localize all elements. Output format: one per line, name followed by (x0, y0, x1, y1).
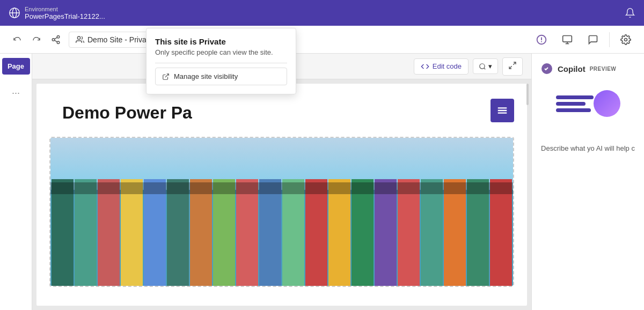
comment-button[interactable] (583, 30, 603, 49)
copilot-preview-badge: PREVIEW (590, 66, 617, 72)
hamburger-menu-button[interactable] (491, 99, 514, 122)
popup-description: Only specific people can view the site. (155, 48, 287, 56)
redo-button[interactable] (28, 31, 45, 48)
strip-1 (52, 179, 74, 286)
strip-18 (444, 179, 466, 286)
strip-7 (190, 179, 212, 286)
copilot-title: Copilot (558, 64, 586, 73)
top-bar: Environment PowerPagesTrial-12122... (0, 0, 644, 26)
share-button[interactable] (47, 31, 64, 48)
desktop-preview-button[interactable] (558, 30, 577, 49)
svg-point-13 (480, 63, 485, 68)
svg-point-8 (77, 36, 80, 39)
strip-15 (375, 179, 397, 286)
line-2 (556, 102, 586, 106)
popup-title: This site is Private (155, 37, 287, 46)
canvas-image (49, 137, 514, 287)
strip-2 (75, 179, 97, 286)
strip-13 (328, 179, 350, 286)
strip-19 (467, 179, 489, 286)
strip-14 (352, 179, 374, 286)
zoom-button[interactable]: ▾ (473, 58, 498, 74)
sidebar-more-icon[interactable]: ··· (12, 87, 20, 99)
strip-17 (421, 179, 443, 286)
strip-6 (167, 179, 189, 286)
container-strips (50, 179, 513, 286)
strip-3 (98, 179, 120, 286)
main-area: Page ··· Edit code ▾ (0, 54, 644, 310)
svg-line-15 (513, 62, 516, 65)
shadow-band (50, 182, 513, 194)
strip-9 (236, 179, 258, 286)
top-bar-left: Environment PowerPagesTrial-12122... (9, 6, 105, 20)
undo-button[interactable] (9, 31, 26, 48)
strip-10 (259, 179, 281, 286)
scroll-bar[interactable] (526, 79, 529, 310)
copilot-button[interactable] (532, 30, 551, 49)
canvas-content: Demo Power Pa (36, 84, 527, 306)
globe-icon (9, 7, 20, 19)
env-label: Environment (25, 6, 58, 12)
canvas-toolbar-right: Edit code ▾ (414, 57, 523, 76)
env-name: PowerPagesTrial-12122... (25, 12, 105, 20)
svg-line-7 (54, 37, 57, 39)
right-sidebar: Copilot PREVIEW Describe what yo AI will… (531, 54, 644, 310)
site-visibility-popup: This site is Private Only specific peopl… (146, 28, 296, 94)
demo-title: Demo Power Pa (49, 92, 205, 128)
copilot-lines (556, 95, 594, 112)
fake-image-bg (50, 138, 513, 286)
top-bar-right (625, 8, 635, 18)
copilot-description: Describe what yo AI will help c (540, 144, 635, 153)
bell-icon[interactable] (625, 8, 635, 18)
scroll-thumb (526, 84, 529, 105)
manage-visibility-label: Manage site visibility (174, 72, 238, 80)
second-bar: Demo Site - Private - Saved ▾ (0, 26, 644, 54)
strip-5 (144, 179, 166, 286)
page-tab[interactable]: Page (2, 58, 30, 75)
svg-rect-9 (563, 35, 572, 42)
svg-point-4 (52, 38, 55, 41)
strip-16 (398, 179, 420, 286)
svg-line-16 (509, 66, 512, 69)
settings-button[interactable] (616, 30, 635, 49)
second-bar-right (532, 30, 635, 49)
line-3 (556, 108, 591, 112)
svg-point-12 (625, 38, 627, 41)
strip-20 (490, 179, 512, 286)
popup-divider (155, 63, 287, 63)
strip-8 (213, 179, 235, 286)
copilot-logo-icon (540, 62, 553, 75)
line-1 (556, 95, 594, 99)
manage-visibility-icon (162, 73, 170, 80)
page-toolbar (9, 31, 64, 48)
copilot-avatar-circle (594, 90, 620, 117)
copilot-illustration (556, 90, 620, 133)
expand-button[interactable] (502, 57, 523, 76)
svg-point-5 (57, 41, 60, 44)
copilot-header: Copilot PREVIEW (540, 62, 635, 75)
toolbar-divider (609, 32, 610, 47)
edit-code-label: Edit code (433, 62, 462, 70)
svg-line-21 (165, 73, 169, 77)
svg-point-3 (57, 35, 60, 38)
strip-12 (305, 179, 327, 286)
zoom-chevron-icon: ▾ (488, 62, 492, 70)
left-sidebar: Page ··· (0, 54, 32, 310)
manage-site-visibility-button[interactable]: Manage site visibility (155, 68, 287, 85)
strip-11 (282, 179, 304, 286)
svg-line-6 (54, 40, 57, 42)
svg-line-14 (484, 68, 486, 69)
edit-code-button[interactable]: Edit code (414, 58, 469, 75)
strip-4 (121, 179, 143, 286)
env-info: Environment PowerPagesTrial-12122... (25, 6, 105, 20)
